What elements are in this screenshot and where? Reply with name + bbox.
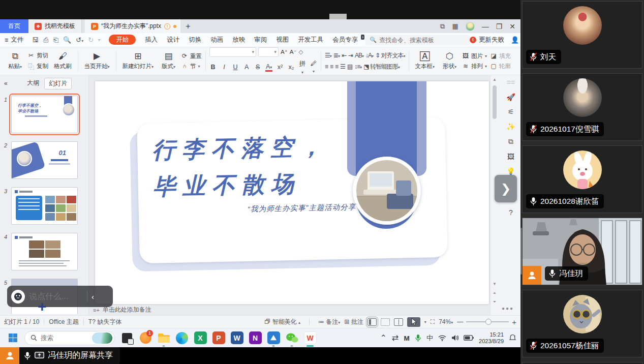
- slide-sorter-view-button[interactable]: [381, 318, 390, 326]
- zoom-out-icon[interactable]: —: [457, 318, 463, 325]
- print-icon[interactable]: ⎗: [53, 36, 58, 44]
- participant-tile[interactable]: 刘天: [522, 1, 642, 69]
- ime-indicator[interactable]: 中: [426, 333, 433, 343]
- notification-bell-icon[interactable]: z: [509, 334, 516, 342]
- strip-more-icon[interactable]: ●●●: [502, 306, 514, 311]
- current-slide[interactable]: 行李不落空，毕业不散场 “我为师生办实事”主题活动分享: [95, 81, 489, 304]
- restore-button[interactable]: ❐: [496, 22, 503, 31]
- wechat-icon[interactable]: [283, 329, 301, 347]
- participant-tile[interactable]: 20261028谢欣笛: [522, 145, 642, 213]
- beautify-rocket-icon[interactable]: 🚀: [506, 93, 515, 101]
- align-right-icon[interactable]: ≡: [335, 63, 338, 70]
- participant-tile-partial[interactable]: [522, 362, 642, 364]
- tab-outline[interactable]: 大纲: [25, 78, 41, 89]
- zoom-slider[interactable]: — +: [457, 318, 516, 326]
- to-smartart-button[interactable]: ⬔ 转智能图形▾: [363, 63, 400, 71]
- ribbon-collapse-caret[interactable]: ▿: [98, 38, 100, 42]
- menu-design[interactable]: 设计: [162, 36, 184, 44]
- bold-icon[interactable]: B: [209, 64, 217, 71]
- beautify-button[interactable]: 🗇 智能美化 ▴: [264, 318, 300, 326]
- undo-icon[interactable]: ↺▾: [76, 36, 83, 44]
- magic-wand-icon[interactable]: ✨: [506, 123, 515, 131]
- new-slide-button[interactable]: ⊞新建幻灯片▾: [120, 51, 157, 71]
- play-from-current-button[interactable]: ▶当页开始▾: [82, 51, 112, 71]
- collapse-panel-icon[interactable]: «: [4, 80, 8, 87]
- wps-icon[interactable]: W: [301, 329, 319, 347]
- menu-transition[interactable]: 切换: [184, 36, 206, 44]
- zoom-knob[interactable]: [485, 319, 492, 325]
- menu-file[interactable]: ≡文件: [0, 36, 28, 44]
- play-options-caret[interactable]: ▾: [424, 320, 426, 324]
- decrease-font-icon[interactable]: A⁻: [290, 48, 297, 55]
- normal-view-button[interactable]: [367, 318, 377, 326]
- participant-tile-video[interactable]: 冯佳玥: [522, 218, 642, 285]
- redo-icon[interactable]: ↻: [88, 36, 94, 44]
- scroll-down-icon[interactable]: ▼: [492, 282, 498, 286]
- blue-mountain-app-icon[interactable]: ⛰: [264, 329, 283, 347]
- font-color-icon[interactable]: A▾: [265, 63, 272, 72]
- reading-view-button[interactable]: [394, 318, 403, 326]
- image-tools-icon[interactable]: 🖼: [507, 153, 514, 161]
- pinyin-icon[interactable]: 拼▾: [299, 59, 306, 75]
- underline-icon[interactable]: U: [232, 64, 239, 71]
- excel-icon[interactable]: X: [191, 329, 209, 347]
- weather-widget[interactable]: [92, 332, 112, 344]
- previous-slide-icon[interactable]: ⏶: [492, 291, 498, 296]
- tab-document[interactable]: P “我为师生办实事”.pptx !: [85, 19, 180, 33]
- comments-button[interactable]: ⊞ 批注: [344, 318, 363, 326]
- chat-collapse-icon[interactable]: ‹: [91, 292, 94, 301]
- strip-drag-handle[interactable]: ==: [507, 78, 515, 86]
- italic-icon[interactable]: I: [221, 64, 228, 71]
- justify-icon[interactable]: ☰: [340, 63, 345, 70]
- menu-devtools[interactable]: 开发工具: [293, 36, 328, 44]
- menu-review[interactable]: 审阅: [250, 36, 271, 44]
- scroll-up-icon[interactable]: ▲: [492, 77, 498, 82]
- tray-expand-icon[interactable]: ⌃: [380, 333, 386, 343]
- inspiration-icon[interactable]: 💡: [506, 167, 515, 175]
- print-preview-icon[interactable]: 🔍: [63, 36, 71, 44]
- insert-slide-plus[interactable]: +: [38, 298, 47, 315]
- help-icon[interactable]: ?: [509, 208, 513, 217]
- wifi-icon[interactable]: [438, 335, 446, 341]
- slide-thumbnail-1[interactable]: 行李不落空，毕业不散场: [11, 96, 78, 133]
- distribute-icon[interactable]: ▤: [347, 63, 352, 70]
- theme-name[interactable]: Office 主题: [49, 318, 78, 326]
- task-view-button[interactable]: [118, 329, 136, 347]
- zoom-value[interactable]: 74%▾: [439, 318, 453, 325]
- taskbar-search-input[interactable]: [41, 335, 87, 342]
- picture-button[interactable]: 🖼图片▾: [462, 52, 487, 60]
- scrollbar-thumb[interactable]: [493, 85, 497, 119]
- char-shadow-icon[interactable]: A: [243, 64, 250, 71]
- tray-sliders-icon[interactable]: ⇄: [392, 333, 398, 343]
- cut-button[interactable]: ✂剪切: [27, 52, 48, 59]
- menu-insert[interactable]: 插入: [140, 36, 162, 44]
- align-text-button[interactable]: ⇕ 对齐文本▾: [375, 51, 405, 60]
- tray-m-icon[interactable]: ᴍ: [404, 333, 410, 343]
- update-failed-status[interactable]: !更新失败: [470, 36, 504, 44]
- command-search-input[interactable]: [379, 37, 466, 44]
- shapes-button[interactable]: ⬡形状▾: [440, 51, 459, 71]
- menu-vip[interactable]: 会员专享›: [328, 36, 362, 44]
- export-icon[interactable]: ⎙: [43, 36, 48, 44]
- account-avatar[interactable]: [466, 22, 475, 31]
- edge-browser-icon[interactable]: [173, 329, 191, 347]
- outline-button[interactable]: ▢轮廓: [490, 63, 511, 70]
- powerpoint-icon[interactable]: P: [209, 329, 228, 347]
- notes-button[interactable]: ≔ 备注▾: [318, 318, 340, 326]
- tab-template-store[interactable]: ❖ 找稻壳模板: [28, 19, 82, 33]
- speaker-icon[interactable]: [451, 335, 458, 341]
- tab-slides[interactable]: 幻灯片: [44, 78, 72, 89]
- paste-button[interactable]: ⧉粘贴▾: [6, 51, 24, 71]
- slide-thumbnail-4[interactable]: [11, 233, 78, 270]
- clear-format-icon[interactable]: ◇: [299, 48, 303, 55]
- close-button[interactable]: ✕: [509, 22, 515, 31]
- increase-font-icon[interactable]: A⁺: [281, 48, 288, 55]
- highlight-icon[interactable]: 🖉▾: [310, 60, 317, 74]
- participant-tile[interactable]: 20261017倪雪骐: [522, 73, 642, 141]
- slide-thumbnail-3[interactable]: [11, 187, 78, 225]
- next-slide-icon[interactable]: ⏷: [492, 299, 498, 305]
- arrange-button[interactable]: ≋排列▾: [462, 63, 487, 70]
- text-orientation-icon[interactable]: ↓A▾: [365, 52, 373, 59]
- layout-button[interactable]: ▤版式▾: [159, 51, 178, 71]
- text-box-button[interactable]: 🄰文本框▾: [413, 51, 438, 71]
